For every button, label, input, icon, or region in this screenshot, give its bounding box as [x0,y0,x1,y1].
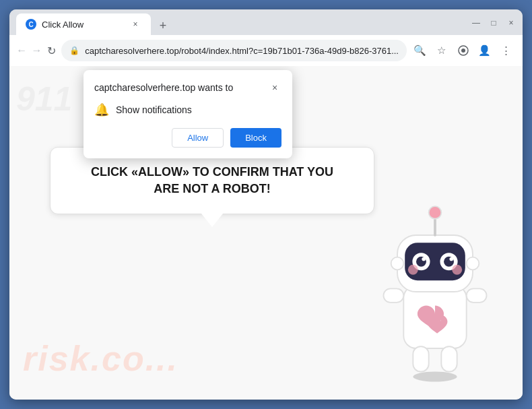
address-bar[interactable]: 🔒 captcharesolverhere.top/robot4/index.h… [61,40,407,61]
lock-icon: 🔒 [69,46,79,55]
forward-button[interactable]: → [31,41,42,60]
popup-header: captcharesolverhere.top wants to × [94,81,281,94]
block-button[interactable]: Block [230,128,281,148]
notification-text: Show notifications [116,104,192,115]
window-controls: — □ × [471,18,516,30]
svg-rect-3 [383,288,403,303]
svg-point-20 [391,257,404,270]
bell-icon: 🔔 [94,102,109,117]
menu-button[interactable]: ⋮ [497,41,516,60]
nav-bar: ← → ↻ 🔒 captcharesolverhere.top/robot4/i… [9,35,523,66]
popup-notification-row: 🔔 Show notifications [94,102,281,117]
tab-area: C Click Allow × + [16,13,469,35]
tab-favicon: C [26,19,36,30]
robot-illustration [368,197,502,386]
new-tab-button[interactable]: + [154,16,172,35]
maximize-button[interactable]: □ [489,18,498,28]
svg-rect-5 [413,346,428,371]
svg-point-1 [413,372,457,382]
allow-button[interactable]: Allow [172,128,224,148]
svg-point-19 [429,206,442,219]
svg-point-17 [452,265,462,275]
bookmark-button[interactable]: ☆ [432,41,451,60]
nav-right-icons: 🔍 ☆ 👤 ⋮ [411,41,516,60]
popup-title: captcharesolverhere.top wants to [94,82,233,93]
active-tab[interactable]: C Click Allow × [16,13,151,35]
page-content: 911 risk.co... captcharesolverhere.top w… [9,66,523,400]
watermark-top: 911 [16,80,72,119]
svg-rect-4 [467,288,487,303]
watermark-bottom: risk.co... [23,334,178,379]
svg-point-21 [467,257,479,270]
svg-point-16 [408,265,418,275]
popup-close-button[interactable]: × [268,81,281,94]
svg-point-15 [449,257,453,261]
back-button[interactable]: ← [16,41,27,60]
minimize-button[interactable]: — [471,18,481,28]
close-window-button[interactable]: × [506,18,516,28]
svg-point-14 [422,257,426,261]
profile-button[interactable]: 👤 [475,41,494,60]
tab-close-button[interactable]: × [129,18,141,30]
permission-popup: captcharesolverhere.top wants to × 🔔 Sho… [84,70,292,158]
address-text: captcharesolverhere.top/robot4/index.htm… [85,46,399,56]
robot-svg [368,197,502,386]
main-message: CLICK «ALLOW» TO CONFIRM THAT YOU ARE NO… [71,164,354,197]
title-bar: C Click Allow × + — □ × [9,9,523,35]
refresh-button[interactable]: ↻ [46,41,57,60]
browser-window: C Click Allow × + — □ × ← → ↻ 🔒 captchar… [9,9,523,400]
search-button[interactable]: 🔍 [411,41,430,60]
svg-rect-6 [441,346,457,371]
tab-title: Click Allow [42,20,84,30]
popup-buttons: Allow Block [94,128,281,148]
extension-icon[interactable] [454,41,473,60]
